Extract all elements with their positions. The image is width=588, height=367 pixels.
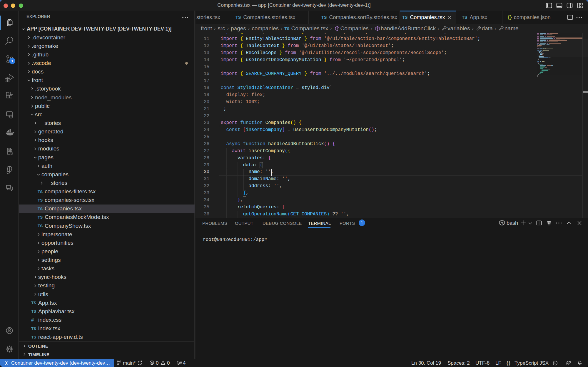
svg-text:$: $: [502, 223, 504, 225]
